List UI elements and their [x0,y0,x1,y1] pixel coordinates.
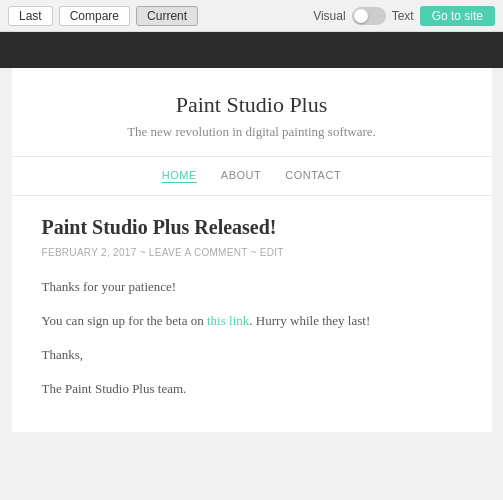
meta-sep2: ~ [251,247,260,258]
post-paragraph-3: Thanks, [42,344,462,366]
post-title: Paint Studio Plus Released! [42,216,462,239]
post-body: Thanks for your patience! You can sign u… [42,276,462,400]
site-tagline: The new revolution in digital painting s… [32,124,472,140]
last-button[interactable]: Last [8,6,53,26]
post-paragraph-1: Thanks for your patience! [42,276,462,298]
post-date: February 2, 2017 [42,247,137,258]
toggle-knob [354,9,368,23]
compare-button[interactable]: Compare [59,6,130,26]
visual-text-toggle: Visual Text [313,7,413,25]
site-content: Paint Studio Plus Released! February 2, … [12,196,492,432]
post-hurry-text: . Hurry while they last! [249,313,370,328]
site-container: Paint Studio Plus The new revolution in … [12,68,492,432]
edit-link[interactable]: Edit [260,247,284,258]
site-nav: HOME ABOUT CONTACT [12,157,492,196]
meta-sep1: ~ [140,247,149,258]
site-header: Paint Studio Plus The new revolution in … [12,68,492,157]
visual-label: Visual [313,9,345,23]
post-paragraph-2: You can sign up for the beta on this lin… [42,310,462,332]
toggle-switch[interactable] [352,7,386,25]
current-button[interactable]: Current [136,6,198,26]
go-to-site-button[interactable]: Go to site [420,6,495,26]
leave-comment-link[interactable]: Leave a Comment [149,247,248,258]
nav-home[interactable]: HOME [162,169,197,183]
site-title: Paint Studio Plus [32,92,472,118]
post-beta-text: You can sign up for the beta on [42,313,208,328]
nav-about[interactable]: ABOUT [221,169,261,183]
text-label: Text [392,9,414,23]
dark-bar [0,32,503,68]
post-meta: February 2, 2017 ~ Leave a Comment ~ Edi… [42,247,462,258]
beta-link[interactable]: this link [207,313,249,328]
post-paragraph-4: The Paint Studio Plus team. [42,378,462,400]
nav-contact[interactable]: CONTACT [285,169,341,183]
toolbar: Last Compare Current Visual Text Go to s… [0,0,503,32]
